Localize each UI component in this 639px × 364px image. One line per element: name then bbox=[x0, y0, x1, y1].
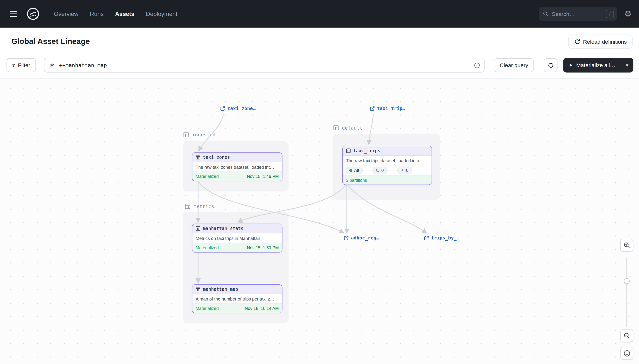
materialize-all-button[interactable]: ✦ Materialize all… bbox=[563, 58, 621, 73]
clear-query-button[interactable]: Clear query bbox=[494, 58, 534, 72]
lineage-edges bbox=[0, 79, 639, 364]
lineage-canvas[interactable]: taxi_zone… taxi_trip… ingested bbox=[0, 79, 639, 364]
asset-footer: 3 partitions bbox=[343, 176, 432, 184]
external-asset-taxi-zone[interactable]: taxi_zone… bbox=[220, 106, 256, 111]
search-box[interactable]: / bbox=[539, 7, 617, 21]
clear-query-label: Clear query bbox=[500, 62, 528, 68]
success-dot-icon bbox=[349, 169, 352, 172]
asset-card-header: manhattan_stats bbox=[193, 224, 282, 234]
info-icon[interactable] bbox=[474, 62, 480, 68]
settings-gear-icon[interactable]: ⚙ bbox=[623, 9, 632, 19]
nav-runs[interactable]: Runs bbox=[90, 10, 104, 17]
asset-title: manhattan_map bbox=[203, 286, 238, 292]
asset-group-icon bbox=[333, 124, 339, 130]
app: Overview Runs Assets Deployment / ⚙ Glob… bbox=[0, 0, 639, 364]
filter-button[interactable]: Filter bbox=[7, 58, 36, 72]
filter-label: Filter bbox=[18, 62, 30, 68]
group-name: default bbox=[342, 125, 362, 130]
zoom-slider-handle[interactable] bbox=[624, 278, 630, 284]
materialized-timestamp: Nov 16, 10:14 AM bbox=[245, 306, 279, 311]
asset-card-header: manhattan_map bbox=[193, 285, 282, 294]
materialized-timestamp: Nov 15, 1:50 PM bbox=[247, 245, 279, 250]
asset-title: taxi_trips bbox=[353, 148, 380, 153]
partition-status-row: All 0 ▲ 0 bbox=[343, 165, 432, 176]
refresh-graph-button[interactable] bbox=[544, 58, 557, 72]
zoom-slider[interactable] bbox=[626, 258, 627, 327]
dagster-logo[interactable] bbox=[25, 6, 41, 22]
nav-assets[interactable]: Assets bbox=[115, 10, 134, 17]
external-link-icon bbox=[424, 235, 429, 241]
external-asset-taxi-trip[interactable]: taxi_trip… bbox=[370, 106, 405, 111]
asset-selection-input-wrap bbox=[44, 58, 485, 73]
asset-group-icon bbox=[183, 132, 189, 138]
group-name: metrics bbox=[194, 204, 214, 209]
asset-node-taxi-trips[interactable]: taxi_trips The raw taxi trips dataset, l… bbox=[342, 146, 432, 185]
partition-count: 3 partitions bbox=[346, 178, 367, 182]
asset-description: A map of the number of trips per taxi z… bbox=[193, 294, 282, 304]
sparkle-icon: ✦ bbox=[568, 62, 573, 68]
missing-circle-icon bbox=[376, 169, 379, 172]
table-icon bbox=[196, 155, 200, 160]
materialized-status: Materialized bbox=[196, 174, 219, 179]
external-asset-label: trips_by_… bbox=[431, 235, 459, 241]
partitions-missing-count: 0 bbox=[381, 168, 384, 172]
group-label-default: default bbox=[333, 124, 362, 130]
asset-selection-input[interactable] bbox=[58, 62, 471, 69]
filter-funnel-icon bbox=[12, 62, 15, 68]
menu-button[interactable] bbox=[8, 8, 20, 20]
arrow-down-circle-icon bbox=[623, 350, 630, 357]
chevron-down-icon: ▼ bbox=[625, 63, 629, 68]
external-asset-adhoc-req[interactable]: adhoc_req… bbox=[344, 235, 379, 241]
search-shortcut-key: / bbox=[606, 10, 614, 18]
page-header: Global Asset Lineage Reload definitions bbox=[0, 28, 639, 56]
zoom-in-icon bbox=[623, 242, 630, 248]
navbar-right: / ⚙ bbox=[539, 7, 632, 21]
asset-description: The raw taxi zones dataset, loaded int… bbox=[193, 162, 282, 172]
main-nav: Overview Runs Assets Deployment bbox=[54, 10, 178, 17]
external-link-icon bbox=[220, 106, 225, 111]
page-title: Global Asset Lineage bbox=[11, 37, 90, 46]
reload-definitions-button[interactable]: Reload definitions bbox=[568, 34, 632, 48]
asset-node-taxi-zones[interactable]: taxi_zones The raw taxi zones dataset, l… bbox=[192, 152, 283, 181]
asset-node-manhattan-map[interactable]: manhattan_map A map of the number of tri… bbox=[192, 284, 283, 313]
group-label-ingested: ingested bbox=[183, 132, 216, 138]
asset-group-icon bbox=[185, 203, 191, 209]
group-name: ingested bbox=[192, 132, 216, 138]
asset-node-manhattan-stats[interactable]: manhattan_stats Metrics on taxi trips in… bbox=[192, 224, 283, 252]
partitions-all-label: All bbox=[354, 168, 359, 172]
refresh-icon bbox=[574, 38, 580, 44]
group-label-metrics: metrics bbox=[185, 203, 214, 209]
reload-definitions-label: Reload definitions bbox=[583, 38, 627, 44]
asset-footer: Materialized Nov 16, 10:14 AM bbox=[193, 304, 282, 313]
search-input[interactable] bbox=[551, 10, 604, 18]
zoom-out-icon bbox=[623, 332, 630, 339]
table-icon bbox=[346, 148, 351, 153]
nav-deployment[interactable]: Deployment bbox=[146, 10, 178, 17]
lineage-toolbar: Filter Clear query bbox=[0, 56, 639, 79]
external-link-icon bbox=[344, 235, 349, 241]
materialize-dropdown-button[interactable]: ▼ bbox=[621, 58, 633, 73]
asset-description: Metrics on taxi trips in Manhattan bbox=[193, 234, 282, 243]
partitions-missing-chip[interactable]: 0 bbox=[372, 166, 387, 174]
partitions-failed-count: 0 bbox=[406, 168, 408, 172]
materialize-all-label: Materialize all… bbox=[576, 62, 615, 68]
table-icon bbox=[196, 287, 200, 292]
partitions-all-chip[interactable]: All bbox=[346, 166, 362, 174]
table-icon bbox=[196, 226, 200, 231]
warning-triangle-icon: ▲ bbox=[401, 169, 404, 172]
external-link-icon bbox=[370, 106, 375, 111]
partitions-failed-chip[interactable]: ▲ 0 bbox=[397, 166, 412, 174]
refresh-icon bbox=[547, 62, 553, 68]
recenter-button[interactable] bbox=[620, 346, 633, 360]
materialize-all-split-button: ✦ Materialize all… ▼ bbox=[563, 58, 633, 73]
asset-card-header: taxi_zones bbox=[193, 153, 282, 162]
external-asset-trips-by[interactable]: trips_by_… bbox=[424, 235, 459, 241]
asset-card-header: taxi_trips bbox=[343, 146, 432, 156]
dagster-logo-icon bbox=[26, 6, 40, 21]
materialized-status: Materialized bbox=[196, 245, 219, 250]
zoom-in-button[interactable] bbox=[620, 239, 633, 252]
zoom-out-button[interactable] bbox=[620, 329, 633, 342]
asset-footer: Materialized Nov 15, 1:50 PM bbox=[193, 243, 282, 252]
external-asset-label: taxi_trip… bbox=[377, 106, 405, 111]
nav-overview[interactable]: Overview bbox=[54, 10, 79, 17]
